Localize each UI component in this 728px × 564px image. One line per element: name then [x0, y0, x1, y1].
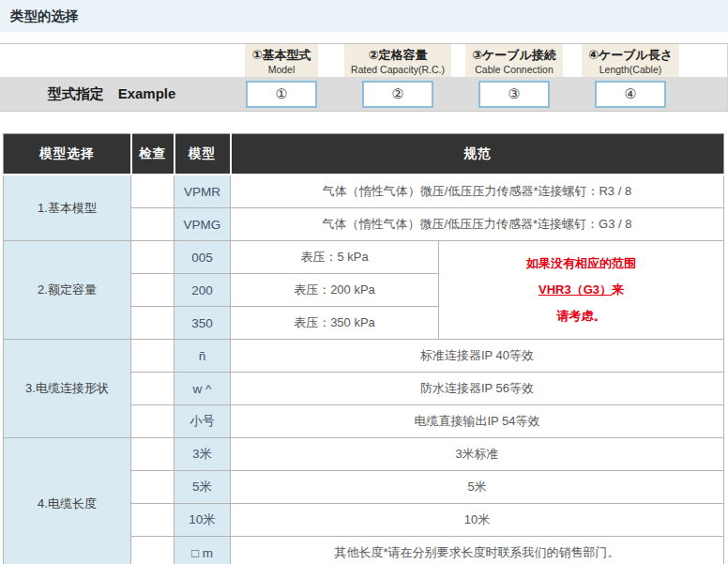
check-cell: [131, 537, 174, 564]
header-cable-connection: ③ケーブル接続 Cable Connection: [465, 44, 563, 77]
header-basic-model: ①基本型式 Model: [245, 44, 317, 77]
spec-cell: 5米: [231, 471, 724, 504]
code-header-spacer: [0, 44, 223, 77]
range-note-line3: 请考虑。: [443, 303, 720, 329]
spec-cell: 10米: [231, 504, 724, 537]
check-cell: [131, 438, 174, 471]
model-code-cell: VPMR: [174, 175, 231, 208]
header-rated-capacity: ②定格容量 Rated Capacity(R.C.): [344, 44, 451, 77]
spec-cell: 气体（惰性气体）微压/低压压力传感器*连接螺钉：R3 / 8: [231, 175, 724, 208]
example-label-cjk: 型式指定: [48, 85, 104, 103]
page-title: 类型的选择: [0, 0, 728, 32]
code-box-3: ③: [478, 81, 550, 108]
model-designation-panel: ①基本型式 Model ②定格容量 Rated Capacity(R.C.) ③…: [0, 43, 728, 112]
spec-cell: 标准连接器IP 40等效: [231, 340, 724, 373]
code-box-1: ①: [246, 81, 317, 108]
example-row: 型式指定 Example ① ② ③ ④: [0, 77, 727, 111]
example-label: 型式指定 Example: [48, 85, 176, 103]
model-code-cell: 3米: [174, 438, 231, 471]
check-cell: [131, 373, 174, 405]
spec-cell: 3米标准: [231, 438, 724, 471]
header-rated-capacity-subtitle: Rated Capacity(R.C.): [351, 64, 445, 75]
code-header-row: ①基本型式 Model ②定格容量 Rated Capacity(R.C.) ③…: [0, 44, 727, 77]
check-cell: [131, 208, 174, 241]
spec-cell: 气体（惰性气体）微压/低压压力传感器*连接螺钉：G3 / 8: [231, 208, 724, 241]
range-note-after-link: 来: [612, 282, 624, 297]
spec-cell: 防水连接器IP 56等效: [231, 373, 724, 405]
header-cable-length-subtitle: Length(Cable): [588, 64, 673, 75]
check-cell: [131, 307, 174, 340]
spec-cell: 表压：200 kPa: [231, 274, 439, 307]
code-box-4: ④: [595, 81, 666, 108]
page-title-text: 类型的选择: [10, 8, 79, 25]
section-label-cable-length: 4.电缆长度: [4, 438, 131, 564]
col-header-model-selection: 模型选择: [4, 134, 131, 175]
code-box-2: ②: [362, 81, 433, 108]
spec-cell: 其他长度*请在分别要求长度时联系我们的销售部门。: [231, 537, 724, 564]
vhr3-link[interactable]: VHR3（G3）: [538, 282, 612, 297]
model-code-cell: 350: [174, 307, 231, 340]
table-row: 1.基本模型 VPMR 气体（惰性气体）微压/低压压力传感器*连接螺钉：R3 /…: [4, 175, 724, 208]
header-rated-capacity-title: ②定格容量: [351, 47, 445, 64]
model-code-cell: 005: [174, 241, 231, 274]
section-label-cable-connection: 3.电缆连接形状: [4, 340, 131, 438]
range-note-line1: 如果没有相应的范围: [443, 251, 720, 277]
check-cell: [131, 504, 174, 537]
model-code-cell: w ^: [174, 373, 231, 405]
col-header-spec: 规范: [231, 134, 724, 175]
range-note-line2: VHR3（G3）来: [443, 277, 720, 303]
model-code-cell: □ m: [174, 537, 231, 564]
check-cell: [131, 340, 174, 373]
col-header-model: 模型: [174, 134, 231, 175]
header-basic-model-title: ①基本型式: [251, 47, 311, 64]
check-cell: [131, 241, 174, 274]
model-code-cell: VPMG: [174, 208, 231, 241]
example-label-en: Example: [118, 85, 176, 103]
model-code-cell: 小号: [174, 405, 231, 438]
check-cell: [131, 471, 174, 504]
header-cable-length: ④ケーブル長さ Length(Cable): [582, 44, 679, 77]
check-cell: [131, 175, 174, 208]
header-basic-model-subtitle: Model: [251, 64, 311, 75]
model-code-cell: 5米: [174, 471, 231, 504]
table-row: 2.额定容量 005 表压：5 kPa 如果没有相应的范围 VHR3（G3）来 …: [4, 241, 724, 274]
spec-cell: 表压：350 kPa: [231, 307, 439, 340]
header-cable-connection-title: ③ケーブル接続: [472, 47, 556, 64]
section-label-rated-capacity: 2.额定容量: [4, 241, 131, 340]
model-code-cell: 200: [174, 274, 231, 307]
range-note: 如果没有相应的范围 VHR3（G3）来 请考虑。: [439, 241, 724, 340]
table-row: 4.电缆长度 3米 3米标准: [4, 438, 724, 471]
header-cable-connection-subtitle: Cable Connection: [472, 64, 556, 75]
check-cell: [131, 274, 174, 307]
section-label-basic-model: 1.基本模型: [4, 175, 131, 241]
selection-table: 模型选择 检查 模型 规范 1.基本模型 VPMR 气体（惰性气体）微压/低压压…: [3, 133, 724, 564]
spec-cell: 电缆直接输出IP 54等效: [231, 405, 724, 438]
header-cable-length-title: ④ケーブル長さ: [588, 47, 673, 64]
table-row: 3.电缆连接形状 ñ 标准连接器IP 40等效: [4, 340, 724, 373]
col-header-check: 检查: [131, 134, 174, 175]
spec-cell: 表压：5 kPa: [231, 241, 439, 274]
model-code-cell: ñ: [174, 340, 231, 373]
model-code-cell: 10米: [174, 504, 231, 537]
table-header-row: 模型选择 检查 模型 规范: [4, 134, 724, 175]
check-cell: [131, 405, 174, 438]
